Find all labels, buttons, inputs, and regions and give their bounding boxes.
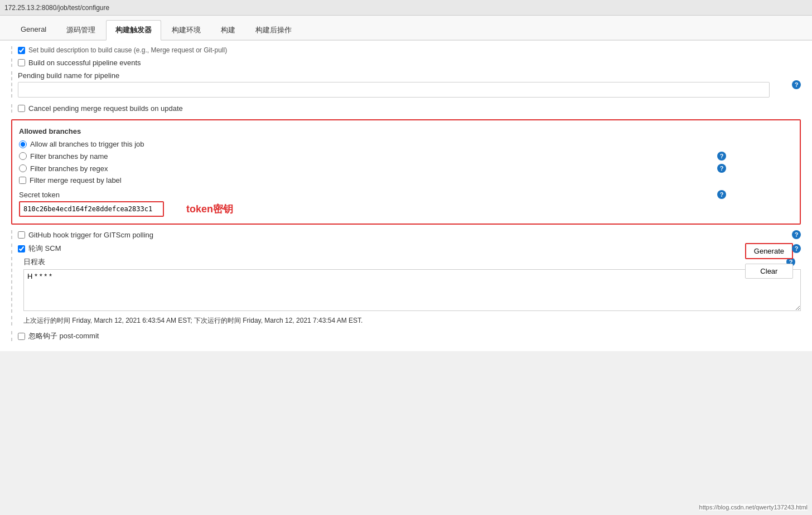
description-label: Set build description to build cause (e.… [28,46,227,54]
time-info-text: 上次运行的时间 Friday, March 12, 2021 6:43:54 A… [23,317,362,324]
schedule-label: 日程表 ? [23,257,801,267]
tab-build-trigger[interactable]: 构建触发器 [106,20,161,41]
filter-name-help-icon[interactable]: ? [717,152,726,161]
token-annotation: token密钥 [186,202,233,216]
tab-build-env[interactable]: 构建环境 [162,20,210,40]
ignore-hook-checkbox[interactable] [18,333,25,340]
radio-filter-regex: Filter branches by regex ? [19,164,793,173]
radio-filter-regex-label: Filter branches by regex [30,164,108,173]
poll-scm-row: 轮询 SCM ? [11,244,801,254]
pending-build-label: Pending build name for pipeline [18,71,786,80]
github-hook-help-icon[interactable]: ? [792,230,801,239]
description-row: Set build description to build cause (e.… [11,46,801,54]
radio-filter-regex-input[interactable] [19,164,27,172]
ignore-hook-label: 忽略钩子 post-commit [28,331,99,341]
poll-scm-checkbox[interactable] [18,245,25,252]
schedule-section: 日程表 ? [11,257,801,313]
tab-source-management[interactable]: 源码管理 [57,20,105,40]
radio-filter-label: Filter merge request by label [19,176,793,184]
schedule-textarea[interactable] [23,269,801,311]
radio-all-branches: Allow all branches to trigger this job [19,140,793,148]
allowed-branches-title: Allowed branches [19,127,793,135]
filter-label-text: Filter merge request by label [30,176,122,184]
secret-token-help-icon[interactable]: ? [717,190,726,199]
browser-bar: 172.25.13.2:8080/job/test/configure [0,0,812,16]
time-info-row: 上次运行的时间 Friday, March 12, 2021 6:43:54 A… [11,316,801,325]
allowed-branches-box: Allowed branches Allow all branches to t… [11,119,801,225]
radio-filter-name: Filter branches by name ? [19,152,793,161]
github-hook-row: GitHub hook trigger for GITScm polling ? [11,230,801,239]
pending-build-help-icon[interactable]: ? [792,80,801,89]
token-input-row: token密钥 [19,201,793,217]
filter-label-checkbox[interactable] [19,177,26,184]
cancel-pending-row: Cancel pending merge request builds on u… [11,104,801,113]
cancel-pending-checkbox[interactable] [18,105,25,112]
build-pipeline-row: Build on successful pipeline events [11,59,801,67]
content-area: Set build description to build cause (e.… [0,41,812,351]
filter-regex-help-icon[interactable]: ? [717,164,726,173]
radio-all-branches-label: Allow all branches to trigger this job [30,140,144,148]
build-pipeline-label: Build on successful pipeline events [28,59,141,67]
tab-general[interactable]: General [11,20,56,40]
tab-post-build[interactable]: 构建后操作 [246,20,301,40]
url-bar: 172.25.13.2:8080/job/test/configure [4,4,109,12]
pending-build-input[interactable] [18,82,770,98]
cancel-pending-label: Cancel pending merge request builds on u… [28,104,183,113]
poll-scm-help-icon[interactable]: ? [792,244,801,253]
radio-all-branches-input[interactable] [19,140,27,148]
secret-token-section: Secret token ? token密钥 [19,190,793,217]
build-pipeline-checkbox[interactable] [18,59,25,66]
allowed-branches-section: Allowed branches Allow all branches to t… [11,119,801,225]
tabs-bar: General 源码管理 构建触发器 构建环境 构建 构建后操作 [0,16,812,41]
poll-scm-label: 轮询 SCM [28,244,61,254]
radio-filter-name-label: Filter branches by name [30,152,108,161]
secret-token-input[interactable] [19,201,164,217]
github-hook-label: GitHub hook trigger for GITScm polling [28,231,153,239]
radio-filter-name-input[interactable] [19,152,27,160]
github-hook-checkbox[interactable] [18,231,25,239]
clear-button[interactable]: Clear [745,264,793,279]
ignore-hook-row: 忽略钩子 post-commit [11,331,801,341]
tab-build[interactable]: 构建 [211,20,245,40]
secret-token-label: Secret token ? [19,190,793,199]
pending-build-row: Pending build name for pipeline ? [11,71,801,98]
description-checkbox[interactable] [18,47,25,54]
